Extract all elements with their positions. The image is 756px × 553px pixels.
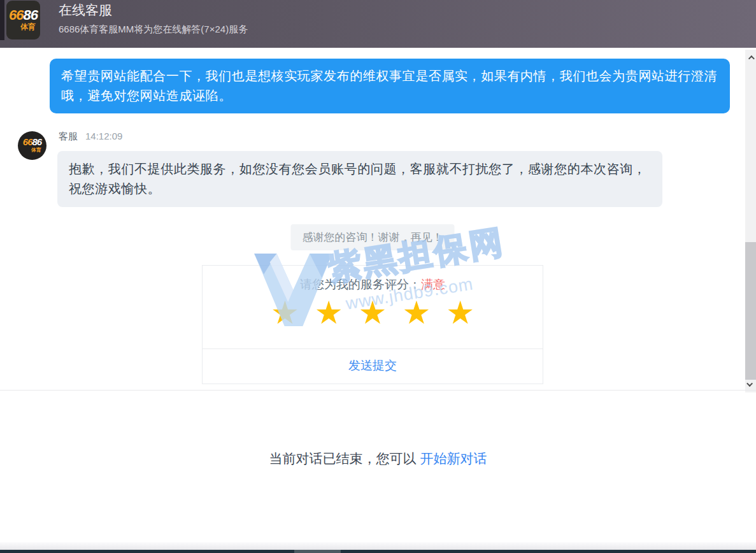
brand-logo-sub: 体育 <box>6 22 40 32</box>
agent-name: 客服 <box>59 131 78 141</box>
taskbar-edge <box>0 550 756 553</box>
start-new-chat-link[interactable]: 开始新对话 <box>420 451 487 466</box>
star-icon[interactable]: ★ <box>271 296 299 329</box>
agent-avatar: 6686 体育 <box>18 131 46 160</box>
scroll-down-button[interactable] <box>745 379 756 390</box>
star-icon[interactable]: ★ <box>359 296 387 329</box>
conversation-ended-line: 当前对话已结束，您可以开始新对话 <box>0 450 756 468</box>
brand-logo: 6686 体育 <box>6 1 40 40</box>
page-subtitle: 6686体育客服MM将为您在线解答(7×24)服务 <box>59 24 248 36</box>
rating-card-top: 请您为我的服务评分：满意 ★ ★ ★ ★ ★ <box>203 266 543 349</box>
submit-rating-button[interactable]: 发送提交 <box>203 349 543 382</box>
brand-logo-number: 6686 <box>6 8 40 22</box>
agent-avatar-sub: 体育 <box>18 147 46 154</box>
chevron-up-icon <box>748 55 755 62</box>
chevron-down-icon <box>746 380 753 387</box>
window-edge <box>0 0 4 40</box>
chat-header: 6686 体育 在线客服 6686体育客服MM将为您在线解答(7×24)服务 <box>0 0 756 48</box>
taskbar-edge-highlight <box>294 550 341 553</box>
rating-prompt: 请您为我的服务评分：满意 <box>203 276 543 293</box>
message-timestamp: 14:12:09 <box>85 131 122 141</box>
agent-avatar-number: 6686 <box>18 137 46 147</box>
rating-prompt-text: 请您为我的服务评分： <box>300 278 421 291</box>
chat-message-area: 希望贵网站能配合一下，我们也是想核实玩家发布的维权事宜是否属实，如果有内情，我们… <box>0 48 745 390</box>
rating-selected-option[interactable]: 满意 <box>421 278 445 291</box>
scrollbar-thumb[interactable] <box>745 242 756 380</box>
agent-message-bubble: 抱歉，我们不提供此类服务，如您没有您会员账号的问题，客服就不打扰您了，感谢您的本… <box>57 151 662 207</box>
section-divider <box>0 390 756 391</box>
star-icon[interactable]: ★ <box>402 296 431 329</box>
star-icon[interactable]: ★ <box>446 296 474 329</box>
conversation-ended-text: 当前对话已结束，您可以 <box>269 451 417 466</box>
system-notice: 感谢您的咨询！谢谢，再见！ <box>291 224 455 250</box>
scroll-up-button[interactable] <box>745 52 756 63</box>
star-icon[interactable]: ★ <box>315 296 343 329</box>
agent-meta: 客服14:12:09 <box>59 131 122 143</box>
bottom-gradient-band <box>0 542 756 550</box>
star-rating: ★ ★ ★ ★ ★ <box>203 296 543 329</box>
page-title: 在线客服 <box>59 2 112 18</box>
rating-card: 请您为我的服务评分：满意 ★ ★ ★ ★ ★ 发送提交 <box>202 265 543 384</box>
chat-scrollbar[interactable] <box>745 50 756 392</box>
visitor-message-bubble: 希望贵网站能配合一下，我们也是想核实玩家发布的维权事宜是否属实，如果有内情，我们… <box>50 59 730 113</box>
